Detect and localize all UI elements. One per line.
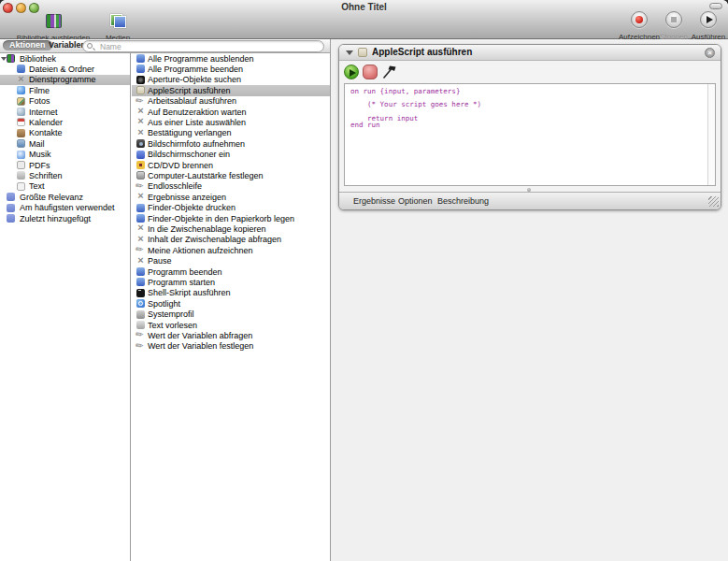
- action-item-programm-starten[interactable]: Programm starten: [132, 277, 330, 287]
- utilities-icon: [136, 193, 145, 201]
- action-item-pause[interactable]: Pause: [132, 256, 330, 266]
- action-item-endlosschleife[interactable]: Endlosschleife: [132, 181, 330, 192]
- stop-script-icon[interactable]: [363, 65, 378, 79]
- media-browser-icon: [110, 14, 126, 28]
- camera-icon: [136, 139, 145, 148]
- sidebar-item-bibliothek[interactable]: Bibliothek: [0, 53, 130, 64]
- sidebar-item-pdfs[interactable]: PDFs: [0, 160, 130, 170]
- action-block-header[interactable]: AppleScript ausführen ×: [339, 45, 721, 61]
- action-item-applescript-ausf-hren[interactable]: AppleScript ausführen: [132, 85, 330, 95]
- action-item-computer-lautst-rke-festlegen[interactable]: Computer-Lautstärke festlegen: [132, 170, 330, 180]
- sidebar-item-label: Größte Relevanz: [20, 193, 83, 203]
- sidebar-item-dienstprogramme[interactable]: Dienstprogramme: [0, 75, 130, 85]
- sidebar-item-musik[interactable]: Musik: [0, 150, 130, 160]
- sidebar-item-label: PDFs: [29, 161, 50, 171]
- action-item-label: Alle Programme ausblenden: [148, 54, 254, 65]
- sidebar-item-fotos[interactable]: Fotos: [0, 96, 130, 107]
- toolbar-toggle-lozenge[interactable]: [709, 3, 722, 9]
- contacts-icon: [17, 129, 25, 137]
- terminal-icon: [136, 289, 145, 297]
- tab-aktionen[interactable]: Aktionen: [3, 40, 52, 50]
- tab-optionen[interactable]: Optionen: [398, 196, 433, 206]
- action-item-aus-einer-liste-ausw-hlen[interactable]: Aus einer Liste auswählen: [132, 117, 330, 127]
- sidebar-item-internet[interactable]: Internet: [0, 107, 130, 117]
- compile-hammer-icon[interactable]: [381, 64, 398, 79]
- action-item-spotlight[interactable]: Spotlight: [132, 298, 330, 309]
- action-item-systemprofil[interactable]: Systemprofil: [132, 309, 330, 320]
- action-item-label: AppleScript ausführen: [148, 86, 231, 96]
- action-item-label: Computer-Lautstärke festlegen: [148, 171, 264, 181]
- sidebar-item-am-h-ufigsten-verwendet[interactable]: Am häufigsten verwendet: [0, 203, 130, 213]
- tab-beschreibung[interactable]: Beschreibung: [437, 196, 489, 206]
- sidebar-item-label: Schriften: [29, 171, 63, 181]
- script-editor[interactable]: on run {input, parameters} (* Your scrip…: [344, 83, 716, 186]
- sidebar-item-filme[interactable]: Filme: [0, 85, 130, 95]
- sidebar-item-kontakte[interactable]: Kontakte: [0, 128, 130, 138]
- action-item-label: Meine Aktionen aufzeichnen: [148, 246, 253, 256]
- fonts-icon: [17, 171, 25, 180]
- app-icon: [136, 54, 145, 63]
- action-item-alle-programme-beenden[interactable]: Alle Programme beenden: [132, 64, 330, 74]
- aperture-icon: [136, 76, 145, 84]
- action-item-label: Aperture-Objekte suchen: [148, 75, 241, 85]
- sidebar-item-zuletzt-hinzugef-gt[interactable]: Zuletzt hinzugefügt: [0, 213, 130, 223]
- action-item-bildschirmschoner-ein[interactable]: Bildschirmschoner ein: [132, 150, 330, 160]
- action-item-label: Aus einer Liste auswählen: [148, 118, 246, 128]
- action-item-label: Ergebnisse anzeigen: [148, 193, 226, 203]
- sidebar-item-kalender[interactable]: Kalender: [0, 117, 130, 127]
- action-item-arbeitsablauf-ausf-hren[interactable]: Arbeitsablauf ausführen: [132, 96, 330, 107]
- window-chrome: Ohne Titel Bibliothek ausblenden Medien …: [0, 0, 728, 39]
- search-input[interactable]: [98, 41, 318, 51]
- resize-grip-handle[interactable]: [708, 196, 719, 207]
- action-item-text-vorlesen[interactable]: Text vorlesen: [132, 320, 330, 330]
- action-item-label: Text vorlesen: [148, 321, 197, 331]
- tab-ergebnisse[interactable]: Ergebnisse: [353, 196, 395, 206]
- action-item-alle-programme-ausblenden[interactable]: Alle Programme ausblenden: [132, 53, 330, 64]
- action-item-aperture-objekte-suchen[interactable]: Aperture-Objekte suchen: [132, 75, 330, 85]
- action-item-bildschirmfoto-aufnehmen[interactable]: Bildschirmfoto aufnehmen: [132, 138, 330, 149]
- action-item-auf-benutzeraktion-warten[interactable]: Auf Benutzeraktion warten: [132, 107, 330, 117]
- script-scrollbar[interactable]: [707, 84, 715, 185]
- action-item-meine-aktionen-aufzeichnen[interactable]: Meine Aktionen aufzeichnen: [132, 245, 330, 255]
- sidebar-item-label: Dienstprogramme: [29, 75, 96, 85]
- action-item-in-die-zwischenablage-kopieren[interactable]: In die Zwischenablage kopieren: [132, 223, 330, 234]
- applescript-code[interactable]: on run {input, parameters} (* Your scrip…: [345, 84, 715, 128]
- sidebar-item-gr-te-relevanz[interactable]: Größte Relevanz: [0, 192, 130, 202]
- action-item-wert-der-variablen-festlegen[interactable]: Wert der Variablen festlegen: [132, 341, 330, 352]
- action-item-shell-skript-ausf-hren[interactable]: Shell-Skript ausführen: [132, 288, 330, 298]
- sidebar-item-label: Musik: [29, 150, 51, 160]
- action-item-label: Endlosschleife: [148, 181, 202, 192]
- spotlight-icon: [136, 299, 145, 308]
- action-item-finder-objekte-in-den-papierkorb-legen[interactable]: Finder-Objekte in den Papierkorb legen: [132, 213, 330, 223]
- toolbar-run-button[interactable]: Ausführen: [688, 11, 728, 41]
- workflow-canvas[interactable]: AppleScript ausführen × on run {input, p…: [331, 39, 728, 561]
- close-action-icon[interactable]: ×: [705, 48, 715, 58]
- sidebar-item-label: Fotos: [29, 96, 50, 107]
- sidebar-item-mail[interactable]: Mail: [0, 138, 130, 149]
- sidebar-item-label: Mail: [29, 139, 45, 150]
- utilities-icon: [136, 129, 145, 137]
- sidebar-item-label: Am häufigsten verwendet: [20, 203, 115, 213]
- action-item-best-tigung-verlangen[interactable]: Bestätigung verlangen: [132, 128, 330, 138]
- action-item-finder-objekte-drucken[interactable]: Finder-Objekte drucken: [132, 203, 330, 213]
- action-item-label: Wert der Variablen festlegen: [148, 341, 253, 352]
- volume-icon: [136, 171, 145, 180]
- sidebar-item-schriften[interactable]: Schriften: [0, 170, 130, 180]
- search-field[interactable]: [82, 40, 324, 52]
- action-item-programm-beenden[interactable]: Programm beenden: [132, 266, 330, 277]
- calendar-icon: [17, 118, 25, 126]
- sidebar-item-label: Filme: [29, 86, 50, 96]
- toolbar-hide-library-button[interactable]: Bibliothek ausblenden: [6, 14, 101, 42]
- tab-variablen[interactable]: Variablen: [49, 40, 86, 50]
- action-item-wert-der-variablen-abfragen[interactable]: Wert der Variablen abfragen: [132, 330, 330, 340]
- action-item-cd-dvd-brennen[interactable]: CD/DVD brennen: [132, 160, 330, 170]
- action-item-label: Finder-Objekte drucken: [148, 203, 236, 213]
- action-item-inhalt-der-zwischenablage-abfragen[interactable]: Inhalt der Zwischenablage abfragen: [132, 235, 330, 245]
- action-item-label: Auf Benutzeraktion warten: [148, 108, 247, 118]
- run-script-icon[interactable]: [344, 65, 359, 79]
- toolbar-media-button[interactable]: Medien: [97, 14, 138, 42]
- action-item-ergebnisse-anzeigen[interactable]: Ergebnisse anzeigen: [132, 192, 330, 202]
- disclosure-triangle-icon[interactable]: [346, 50, 353, 55]
- action-item-label: Bildschirmfoto aufnehmen: [148, 139, 245, 150]
- sidebar-item-text[interactable]: Text: [0, 181, 130, 192]
